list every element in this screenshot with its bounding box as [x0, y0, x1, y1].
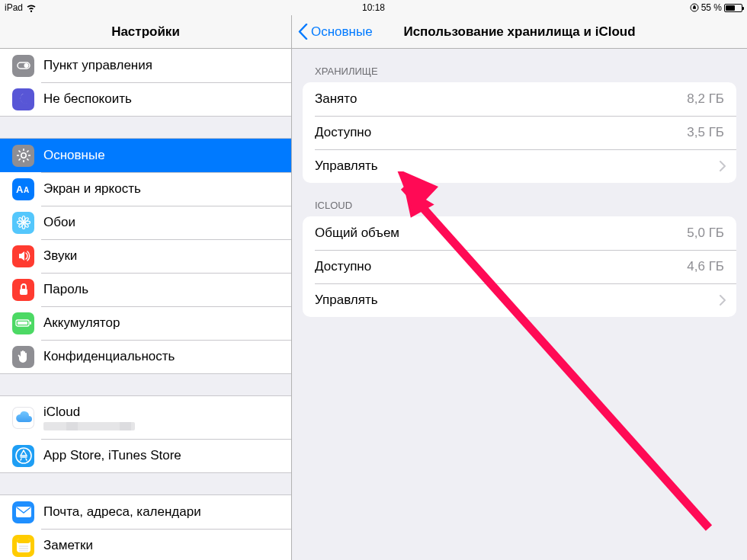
sidebar-nav: Настройки: [0, 15, 291, 49]
sidebar-group: Почта, адреса, календариЗаметкиНапоминан…: [0, 494, 291, 560]
sidebar-item-label: Основные: [43, 148, 105, 163]
svg-point-2: [24, 63, 28, 68]
back-button[interactable]: Основные: [292, 15, 373, 48]
sidebar-item-label: Пароль: [43, 282, 88, 297]
sidebar-group: Пункт управленияНе беспокоить: [0, 49, 291, 117]
detail-group: Общий объем5,0 ГБДоступно4,6 ГБУправлять: [303, 216, 736, 317]
sidebar-item-label: Почта, адреса, календари: [43, 504, 201, 520]
sidebar-item-label: Заметки: [43, 538, 93, 553]
device-label: iPad: [5, 2, 23, 13]
svg-line-9: [27, 158, 28, 160]
orientation-lock-icon: [690, 3, 699, 12]
svg-rect-23: [20, 289, 27, 295]
sidebar-item-control-center[interactable]: Пункт управления: [0, 49, 291, 82]
sidebar-title: Настройки: [0, 24, 291, 40]
detail-row-label: Управлять: [315, 293, 378, 308]
settings-sidebar: Настройки Пункт управленияНе беспокоитьО…: [0, 15, 292, 560]
icloud-icon: [12, 407, 34, 429]
sidebar-item-sounds[interactable]: Звуки: [0, 239, 291, 273]
notes-icon: [12, 535, 34, 557]
sidebar-item-passcode[interactable]: Пароль: [0, 273, 291, 306]
sidebar-item-privacy[interactable]: Конфиденциальность: [0, 340, 291, 373]
detail-scroll[interactable]: ХРАНИЛИЩЕЗанято8,2 ГБДоступно3,5 ГБУправ…: [292, 49, 747, 560]
privacy-icon: [12, 346, 34, 368]
svg-line-11: [27, 151, 28, 152]
battery-icon: [724, 4, 742, 12]
sidebar-item-icloud[interactable]: iCloud: [0, 396, 291, 439]
detail-row-manage[interactable]: Управлять: [303, 149, 736, 183]
detail-row-label: Управлять: [315, 158, 378, 174]
sidebar-item-mail[interactable]: Почта, адреса, календари: [0, 495, 291, 529]
detail-row-value: 4,6 ГБ: [687, 259, 736, 274]
detail-group-header: ICLOUD: [292, 183, 747, 216]
wallpaper-icon: [12, 212, 34, 234]
sidebar-item-label: Обои: [43, 215, 75, 230]
appstore-icon: [12, 445, 34, 467]
sidebar-item-label: Не беспокоить: [43, 91, 132, 107]
detail-row-label: Доступно: [315, 259, 371, 274]
detail-row-value: 8,2 ГБ: [687, 91, 736, 107]
detail-row-value: 3,5 ГБ: [687, 125, 736, 140]
svg-rect-26: [30, 322, 31, 325]
detail-group: Занято8,2 ГБДоступно3,5 ГБУправлять: [303, 82, 736, 183]
detail-row-label: Занято: [315, 91, 357, 107]
svg-text:A: A: [16, 184, 24, 195]
battery-percent: 55 %: [701, 2, 722, 13]
sounds-icon: [12, 245, 34, 267]
status-bar: iPad 10:18 55 %: [0, 0, 747, 15]
detail-pane: Основные Использование хранилища и iClou…: [292, 15, 747, 560]
sidebar-group: iCloudApp Store, iTunes Store: [0, 395, 291, 473]
sidebar-item-label: Конфиденциальность: [43, 349, 175, 364]
mail-icon: [12, 501, 34, 523]
sidebar-scroll[interactable]: Пункт управленияНе беспокоитьОсновныеAAЭ…: [0, 49, 291, 560]
sidebar-item-label: Звуки: [43, 248, 77, 264]
switch-icon: [12, 55, 34, 77]
sidebar-item-wallpaper[interactable]: Обои: [0, 206, 291, 239]
sidebar-item-label: Экран и яркость: [43, 181, 141, 197]
svg-line-8: [18, 151, 20, 152]
detail-group-header: ХРАНИЛИЩЕ: [292, 49, 747, 82]
sidebar-item-general[interactable]: Основные: [0, 139, 291, 172]
svg-text:A: A: [24, 186, 29, 194]
sidebar-item-label: iCloud: [43, 405, 135, 420]
svg-rect-25: [18, 322, 27, 325]
moon-icon: [12, 88, 34, 110]
detail-row-iavail: Доступно4,6 ГБ: [303, 250, 736, 283]
svg-line-10: [18, 158, 20, 160]
detail-row-total: Общий объем5,0 ГБ: [303, 216, 736, 250]
sidebar-item-display[interactable]: AAЭкран и яркость: [0, 172, 291, 206]
icloud-account-redacted: [43, 422, 135, 430]
sidebar-item-label: Пункт управления: [43, 58, 152, 73]
svg-rect-30: [17, 539, 30, 543]
svg-point-3: [21, 153, 25, 158]
sidebar-item-notes[interactable]: Заметки: [0, 529, 291, 560]
passcode-icon: [12, 279, 34, 301]
battery-icon: [12, 312, 34, 334]
detail-nav: Основные Использование хранилища и iClou…: [292, 15, 747, 49]
sidebar-item-label: App Store, iTunes Store: [43, 448, 181, 463]
detail-row-label: Общий объем: [315, 226, 399, 241]
chevron-right-icon: [720, 295, 736, 306]
wifi-icon: [26, 4, 37, 12]
clock: 10:18: [362, 2, 385, 13]
detail-row-avail: Доступно3,5 ГБ: [303, 116, 736, 149]
brightness-icon: AA: [12, 178, 34, 200]
sidebar-item-label: Аккумулятор: [43, 315, 120, 331]
detail-row-imanage[interactable]: Управлять: [303, 283, 736, 317]
sidebar-item-dnd[interactable]: Не беспокоить: [0, 82, 291, 116]
svg-point-14: [21, 221, 24, 224]
chevron-right-icon: [720, 161, 736, 171]
gear-icon: [12, 145, 34, 167]
sidebar-item-stores[interactable]: App Store, iTunes Store: [0, 439, 291, 472]
detail-row-label: Доступно: [315, 125, 371, 140]
sidebar-group: ОсновныеAAЭкран и яркостьОбоиЗвукиПароль…: [0, 138, 291, 374]
detail-row-used: Занято8,2 ГБ: [303, 82, 736, 116]
sidebar-item-battery[interactable]: Аккумулятор: [0, 306, 291, 340]
back-label: Основные: [311, 24, 373, 40]
detail-row-value: 5,0 ГБ: [687, 226, 736, 241]
